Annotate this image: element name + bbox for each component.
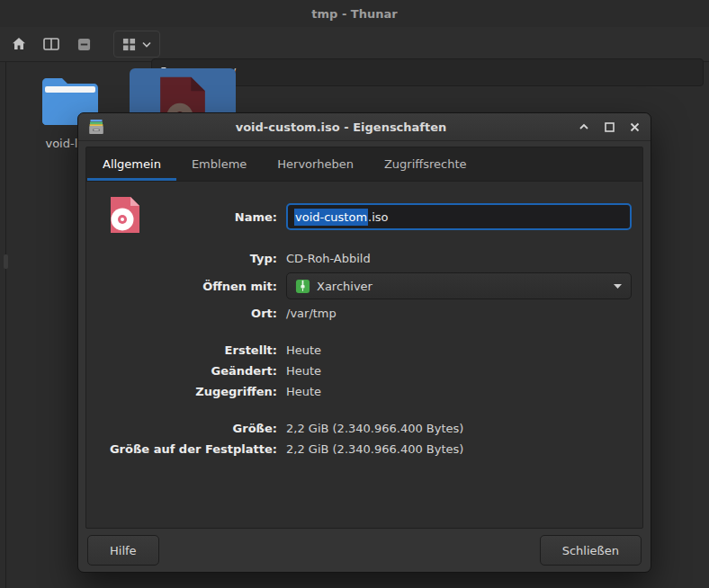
location-value: /var/tmp: [286, 307, 632, 320]
dialog-action-area: Hilfe Schließen: [78, 529, 651, 572]
properties-notebook: Allgemein Embleme Hervorheben Zugriffsre…: [85, 147, 643, 529]
tab-strip: Allgemein Embleme Hervorheben Zugriffsre…: [86, 147, 642, 182]
tab-label: Zugriffsrechte: [384, 157, 467, 171]
open-with-label: Öffnen mit:: [101, 280, 277, 293]
type-row: Typ: CD-Roh-Abbild: [101, 248, 632, 269]
chevron-down-icon: [613, 283, 623, 290]
tab-label: Hervorheben: [277, 157, 354, 171]
filename-rest-text: .iso: [368, 210, 388, 224]
created-label: Erstellt:: [101, 343, 277, 357]
tab-zugriffsrechte[interactable]: Zugriffsrechte: [369, 147, 482, 181]
open-with-value: Xarchiver: [317, 280, 372, 293]
modified-value: Heute: [286, 364, 632, 378]
name-row: Name: void-custom.iso: [101, 196, 632, 237]
maximize-button[interactable]: [602, 120, 616, 134]
close-icon: [630, 122, 640, 132]
tab-label: Embleme: [192, 157, 247, 171]
filename-selected-text: void-custom: [294, 209, 368, 226]
grid-view-icon: [122, 38, 136, 51]
accessed-value: Heute: [286, 385, 632, 398]
tab-hervorheben[interactable]: Hervorheben: [262, 147, 369, 181]
close-button[interactable]: [627, 120, 642, 134]
split-view-icon: [43, 37, 59, 51]
close-dialog-button[interactable]: Schließen: [540, 535, 642, 566]
tab-allgemein[interactable]: Allgemein: [87, 147, 176, 181]
close-pane-button[interactable]: [70, 31, 97, 57]
modified-row: Geändert: Heute: [101, 361, 632, 381]
disk-size-value: 2,2 GiB (2.340.966.400 Bytes): [286, 442, 632, 456]
size-row: Größe: 2,2 GiB (2.340.966.400 Bytes): [101, 418, 632, 439]
created-row: Erstellt: Heute: [101, 340, 632, 361]
thunar-window: tmp - Thunar: [0, 0, 709, 588]
properties-dialog: void-custom.iso - Eigenschaften: [77, 112, 651, 573]
home-icon: [12, 37, 26, 51]
created-value: Heute: [286, 343, 632, 357]
dialog-title: void-custom.iso - Eigenschaften: [105, 120, 577, 134]
modified-label: Geändert:: [101, 364, 277, 378]
help-button[interactable]: Hilfe: [87, 535, 159, 566]
location-label: Ort:: [101, 307, 277, 320]
dialog-window-controls: [577, 120, 642, 134]
type-label: Typ:: [101, 252, 277, 265]
xarchiver-icon: [295, 279, 310, 294]
accessed-label: Zugegriffen:: [101, 385, 277, 398]
maximize-icon: [605, 122, 615, 132]
location-row: Ort: /var/tmp: [101, 303, 632, 324]
pane-separator[interactable]: [5, 62, 6, 588]
type-value: CD-Roh-Abbild: [286, 252, 632, 265]
window-title: tmp - Thunar: [311, 7, 397, 21]
file-cabinet-icon: [87, 118, 105, 136]
home-button[interactable]: [5, 31, 32, 57]
tab-embleme[interactable]: Embleme: [176, 147, 262, 181]
close-pane-icon: [77, 38, 91, 51]
toolbar: /var/tmp/: [0, 27, 709, 62]
size-label: Größe:: [101, 422, 277, 435]
general-tab-content: Name: void-custom.iso Typ: CD-Roh-Abbild…: [86, 182, 642, 528]
window-titlebar[interactable]: tmp - Thunar: [0, 0, 709, 27]
pane-separator-grip[interactable]: [4, 254, 8, 269]
chevron-up-icon: [579, 123, 589, 130]
iso-file-icon-pink: [104, 194, 146, 236]
chevron-down-icon: [142, 41, 151, 48]
accessed-row: Zugegriffen: Heute: [101, 381, 632, 402]
disk-size-row: Größe auf der Festplatte: 2,2 GiB (2.340…: [101, 439, 632, 459]
filename-input[interactable]: void-custom.iso: [286, 203, 632, 230]
split-view-button[interactable]: [38, 31, 65, 57]
shade-window-button[interactable]: [577, 120, 591, 134]
disk-size-label: Größe auf der Festplatte:: [101, 442, 277, 456]
view-switcher-button[interactable]: [113, 31, 160, 58]
tab-label: Allgemein: [103, 157, 161, 171]
size-value: 2,2 GiB (2.340.966.400 Bytes): [286, 422, 632, 435]
open-with-dropdown[interactable]: Xarchiver: [286, 272, 632, 299]
open-with-row: Öffnen mit: Xarchiver: [101, 269, 632, 303]
dialog-titlebar[interactable]: void-custom.iso - Eigenschaften: [78, 113, 651, 141]
